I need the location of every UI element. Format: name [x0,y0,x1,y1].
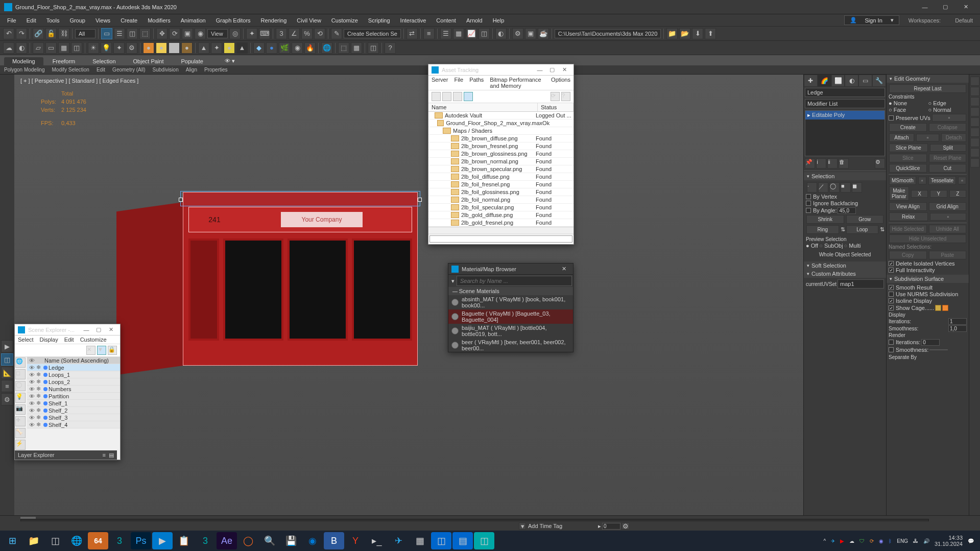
split-button[interactable]: Split [930,144,967,152]
app-64-icon[interactable]: 64 [88,532,108,549]
scene-materials-header[interactable]: — Scene Materials [448,287,573,295]
iterations-spinner[interactable]: 1 [948,318,967,325]
view-align-button[interactable]: View Align [889,202,927,211]
ribbon-toggle-icon[interactable]: 👁 ▾ [217,57,243,65]
planar-z[interactable]: Z [949,190,966,198]
help-icon[interactable]: ? [385,42,396,54]
chrome-taskbar-icon[interactable]: 🌐 [66,532,87,549]
crystal-icon[interactable]: ◆ [253,42,265,54]
layer-explorer-label[interactable]: Layer Explorer [18,452,55,458]
se-cat-all-icon[interactable]: 🌐 [15,357,26,368]
word-taskbar-icon[interactable]: B [324,532,344,549]
custom-attributes-rollout[interactable]: Custom Attributes [804,270,886,278]
se-column-header[interactable]: 👁Name (Sorted Ascending) [27,357,120,364]
se-cat-bone-icon[interactable]: 🦴 [15,428,26,438]
asset-row[interactable]: 2lb_foil_normal.pngFound [428,196,573,204]
tray-volume-icon[interactable]: 🔊 [923,538,929,544]
search-taskbar-icon[interactable]: 🔍 [259,532,280,549]
sphere-yellow-icon[interactable]: ● [156,42,167,54]
maximize-button[interactable]: ▢ [935,0,955,14]
set-project-button[interactable]: 📁 [666,28,678,39]
menu-interactive[interactable]: Interactive [395,17,432,23]
rt-icon3[interactable] [970,97,979,106]
schematic-view-button[interactable]: ◫ [479,28,490,39]
at-maximize-button[interactable]: ▢ [546,66,558,73]
se-cat-light-icon[interactable]: 💡 [15,393,26,403]
tessellate-button[interactable]: Tessellate [928,176,956,185]
calc-taskbar-icon[interactable]: ▦ [410,532,430,549]
menu-help[interactable]: Help [488,17,510,23]
relax-button[interactable]: Relax [889,212,928,221]
cmd-tab-modify[interactable]: 🌈 [818,75,831,87]
preserve-uvs-check[interactable]: Preserve UVs [889,115,930,121]
repeat-last-button[interactable]: Repeat Last [889,84,966,93]
keyboard-shortcut-button[interactable]: ⌨ [259,28,270,39]
tray-youtube-icon[interactable]: ▶ [840,538,844,544]
at-menu-paths[interactable]: Paths [469,77,484,89]
render-iterations-check[interactable]: Iterations: [889,339,920,345]
tray-chevron-icon[interactable]: ^ [824,538,826,544]
se-maximize-button[interactable]: ▢ [92,326,105,333]
sub-properties[interactable]: Properties [204,67,228,73]
at-refresh-icon[interactable]: ⟳ [551,92,560,101]
rt-icon6[interactable] [970,128,979,137]
asset-row[interactable]: 2lb_gold_diffuse.pngFound [428,211,573,219]
manipulate-button[interactable]: ✦ [246,28,257,39]
menu-file[interactable]: File [2,17,21,23]
soft-selection-rollout[interactable]: Soft Selection [804,261,886,270]
element-mode-icon[interactable]: ◼ [852,182,862,193]
quickslice-button[interactable]: QuickSlice [889,164,927,173]
by-vertex-check[interactable]: By Vertex [806,194,884,200]
at-col-status[interactable]: Status [538,103,573,111]
angle-snap-button[interactable]: ∠ [289,28,300,39]
tray-clock[interactable]: 14:33 31.10.2024 [935,535,963,547]
cone-icon[interactable]: ▲ [198,42,209,54]
select-name-button[interactable]: ☰ [114,28,125,39]
edit-named-sel-button[interactable]: ✎ [331,28,342,39]
border-mode-icon[interactable]: ◯ [829,182,840,193]
grid-align-button[interactable]: Grid Align [929,202,967,211]
material-row[interactable]: beer ( VRayMtl ) [beer, beer001, beer002… [448,338,573,352]
vertex-mode-icon[interactable]: · [807,182,817,193]
se-cat-helper-icon[interactable]: ✚ [15,416,26,426]
slice-plane-button[interactable]: Slice Plane [889,143,928,152]
attach-button[interactable]: Attach [889,133,914,142]
rt-icon9[interactable] [970,158,979,167]
scene-item[interactable]: 👁❄Shelf_4 [27,421,120,428]
preview-multi[interactable]: ○ Multi [844,243,861,249]
export-button[interactable]: ⬆ [705,28,716,39]
loop-button[interactable]: Loop [846,225,879,234]
menu-edit[interactable]: Edit [21,17,41,23]
selection-filter[interactable]: All [75,29,95,38]
link-button[interactable]: 🔗 [33,28,44,39]
smooth-result-check[interactable]: Smooth Result [889,284,967,291]
modifier-stack[interactable]: ▸ Editable Poly [805,110,885,156]
asset-row[interactable]: 2lb_brown_fresnel.pngFound [428,142,573,150]
asset-row[interactable]: 2lb_foil_fresnel.pngFound [428,181,573,188]
scene-explorer-titlebar[interactable]: Scene Explorer -... — ▢ ✕ [15,324,120,336]
asset-tracking-list[interactable]: Autodesk VaultLogged Out ...Ground_Floor… [428,112,573,227]
tray-bluetooth-icon[interactable]: ᛒ [889,538,892,544]
select-window-button[interactable]: ⬚ [139,28,151,39]
move-button[interactable]: ✥ [156,28,168,39]
mb-close-button[interactable]: ✕ [558,266,570,272]
rt-icon1[interactable] [970,77,979,86]
at-menu-bitmap[interactable]: Bitmap Performance and Memory [490,77,545,89]
se-cat-geo-icon[interactable]: ◻ [15,369,26,379]
scene-item[interactable]: 👁❄Shelf_3 [27,414,120,421]
attach-list-button[interactable]: ▫ [916,134,939,141]
material-row[interactable]: absinth_MAT ( VRayMtl ) [book, book001, … [448,295,573,309]
at-close-button[interactable]: ✕ [558,66,570,73]
viewport-label[interactable]: [ + ] [ Perspective ] [ Standard ] [ Edg… [20,78,138,84]
asset-row[interactable]: Autodesk VaultLogged Out ... [428,112,573,119]
spinner-snap-button[interactable]: ⟲ [314,28,325,39]
scene-item[interactable]: 👁❄Numbers [27,386,120,393]
asset-row[interactable]: Ground_Floor_Shop_2_max_vray.maxOk [428,119,573,127]
snap-toggle-button[interactable]: 3 [276,28,287,39]
asset-row[interactable]: 2lb_brown_diffuse.pngFound [428,135,573,142]
cmd-tab-motion[interactable]: ◐ [845,75,858,87]
scene-item[interactable]: 👁❄Loops_2 [27,378,120,386]
undo-button[interactable]: ↶ [3,28,14,39]
tray-telegram-icon[interactable]: ✈ [831,538,835,544]
minimize-button[interactable]: — [915,0,935,14]
